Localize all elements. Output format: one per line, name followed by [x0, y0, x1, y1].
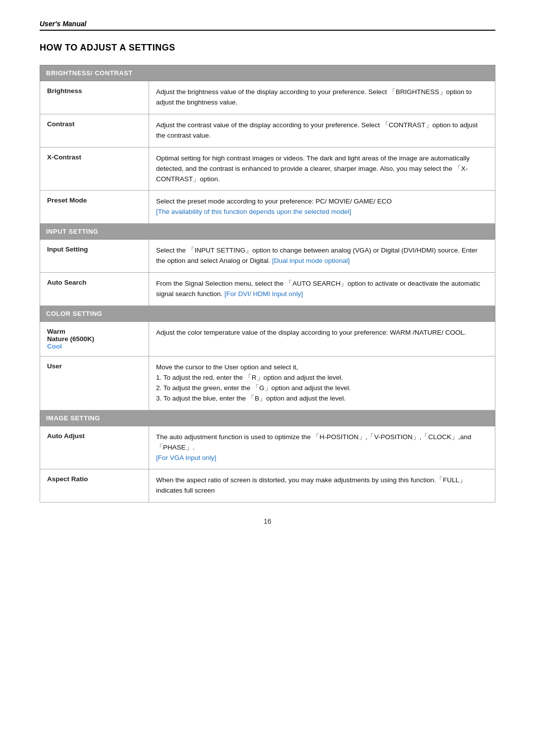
label-x-contrast: X-Contrast — [40, 147, 149, 191]
header-divider — [40, 30, 495, 31]
row-auto-search: Auto Search From the Signal Selection me… — [40, 273, 495, 306]
page-number: 16 — [40, 517, 495, 525]
manual-title: User's Manual — [40, 20, 495, 28]
row-aspect-ratio: Aspect Ratio When the aspect ratio of sc… — [40, 469, 495, 503]
desc-color-temp: Adjust the color temperature value of th… — [149, 321, 495, 356]
section-header-label: Brightness/ Contrast — [40, 65, 495, 81]
row-brightness: Brightness Adjust the brightness value o… — [40, 81, 495, 114]
section-header-color-label: Color Setting — [40, 305, 495, 321]
desc-brightness: Adjust the brightness value of the displ… — [149, 81, 495, 114]
row-preset-mode: Preset Mode Select the preset mode accor… — [40, 191, 495, 224]
settings-table: Brightness/ Contrast Brightness Adjust t… — [40, 65, 495, 503]
warm-label: Warm — [47, 328, 65, 335]
section-header-brightness-contrast: Brightness/ Contrast — [40, 65, 495, 81]
desc-user: Move the cursor to the User option and s… — [149, 356, 495, 410]
desc-x-contrast: Optimal setting for high contrast images… — [149, 147, 495, 191]
label-brightness: Brightness — [40, 81, 149, 114]
row-x-contrast: X-Contrast Optimal setting for high cont… — [40, 147, 495, 191]
auto-adjust-note: [For VGA Input only] — [156, 454, 216, 461]
section-header-input-label: Input Setting — [40, 224, 495, 240]
desc-input-setting: Select the 「INPUT SETTING」option to chan… — [149, 240, 495, 273]
section-header-image-setting: Image Setting — [40, 410, 495, 426]
section-header-color-setting: Color Setting — [40, 305, 495, 321]
section-header-input-setting: Input Setting — [40, 224, 495, 240]
desc-auto-search: From the Signal Selection menu, select t… — [149, 273, 495, 306]
section-header-image-label: Image Setting — [40, 410, 495, 426]
label-contrast: Contrast — [40, 114, 149, 147]
desc-aspect-ratio: When the aspect ratio of screen is disto… — [149, 469, 495, 503]
label-aspect-ratio: Aspect Ratio — [40, 469, 149, 503]
row-color-temp: Warm Nature (6500K) Cool Adjust the colo… — [40, 321, 495, 356]
label-auto-search: Auto Search — [40, 273, 149, 306]
header-section: User's Manual — [40, 20, 495, 31]
input-setting-note: [Dual input mode optional] — [272, 257, 350, 264]
label-color-temp: Warm Nature (6500K) Cool — [40, 321, 149, 356]
label-preset-mode: Preset Mode — [40, 191, 149, 224]
preset-mode-note: [The availability of this function depen… — [156, 208, 351, 215]
page-title: How to Adjust a Settings — [40, 43, 495, 53]
desc-preset-mode: Select the preset mode according to your… — [149, 191, 495, 224]
desc-auto-adjust: The auto adjustment function is used to … — [149, 426, 495, 469]
row-auto-adjust: Auto Adjust The auto adjustment function… — [40, 426, 495, 469]
nature-label: Nature (6500K) — [47, 335, 94, 343]
row-contrast: Contrast Adjust the contrast value of th… — [40, 114, 495, 147]
desc-contrast: Adjust the contrast value of the display… — [149, 114, 495, 147]
auto-search-note: [For DVI/ HDMI Input only] — [224, 290, 303, 298]
row-user: User Move the cursor to the User option … — [40, 356, 495, 410]
cool-label: Cool — [47, 343, 62, 350]
label-input-setting: Input Setting — [40, 240, 149, 273]
label-auto-adjust: Auto Adjust — [40, 426, 149, 469]
label-user: User — [40, 356, 149, 410]
row-input-setting: Input Setting Select the 「INPUT SETTING」… — [40, 240, 495, 273]
